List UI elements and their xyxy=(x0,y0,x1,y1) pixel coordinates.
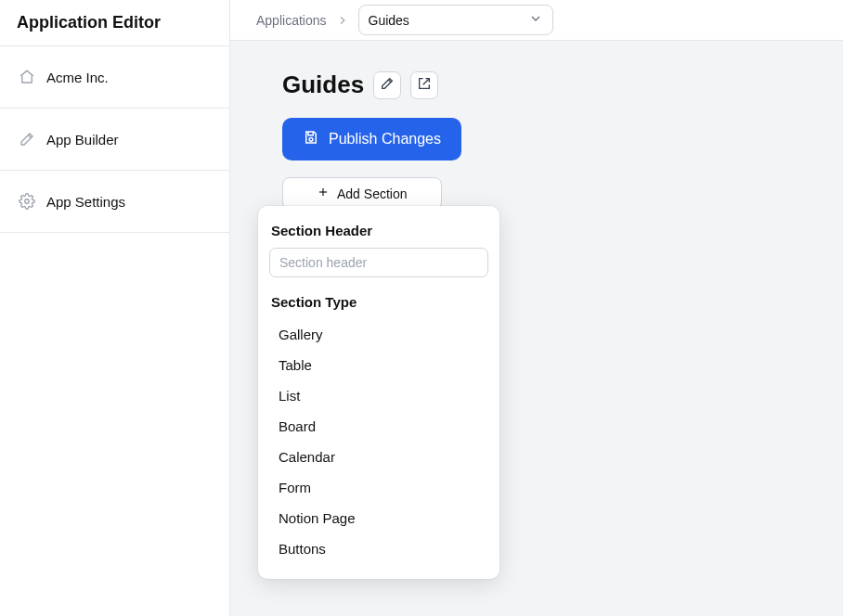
section-type-option[interactable]: Buttons xyxy=(269,533,488,564)
save-icon xyxy=(303,129,319,149)
svg-point-1 xyxy=(309,137,313,141)
sidebar-item-app-builder[interactable]: App Builder xyxy=(0,109,229,171)
section-type-option[interactable]: Form xyxy=(269,472,488,503)
breadcrumb-select[interactable]: Guides xyxy=(358,5,553,35)
breadcrumb-root[interactable]: Applications xyxy=(256,13,327,28)
external-link-icon xyxy=(417,76,432,94)
main: Applications Guides Guides xyxy=(230,0,843,616)
section-type-option[interactable]: Board xyxy=(269,411,488,442)
edit-title-button[interactable] xyxy=(373,71,401,99)
app-title: Application Editor xyxy=(17,13,213,32)
add-section-button-label: Add Section xyxy=(337,186,408,201)
sidebar-item-home[interactable]: Acme Inc. xyxy=(0,46,229,109)
page-title: Guides xyxy=(282,71,364,99)
add-section-button[interactable]: Add Section xyxy=(282,177,442,210)
svg-point-0 xyxy=(25,199,30,204)
breadcrumb: Applications Guides xyxy=(230,0,843,41)
section-type-option[interactable]: Notion Page xyxy=(269,503,488,533)
sidebar-item-label: Acme Inc. xyxy=(46,70,109,85)
sidebar-item-app-settings[interactable]: App Settings xyxy=(0,171,229,233)
pencil-icon xyxy=(19,131,35,148)
sidebar-header: Application Editor xyxy=(0,0,229,46)
content: Guides Publish Changes xyxy=(230,41,843,239)
section-type-label: Section Type xyxy=(269,294,488,310)
sidebar: Application Editor Acme Inc. App Builder… xyxy=(0,0,230,616)
plus-icon xyxy=(317,186,330,201)
gear-icon xyxy=(19,193,35,210)
section-type-option[interactable]: List xyxy=(269,380,488,411)
breadcrumb-select-value: Guides xyxy=(369,13,409,28)
home-icon xyxy=(19,69,35,85)
pencil-icon xyxy=(380,76,395,94)
section-header-label: Section Header xyxy=(269,223,488,238)
section-type-list: Gallery Table List Board Calendar Form N… xyxy=(269,319,488,564)
open-external-button[interactable] xyxy=(410,71,438,99)
section-header-input[interactable] xyxy=(269,248,488,277)
section-type-option[interactable]: Table xyxy=(269,350,488,380)
title-row: Guides xyxy=(282,71,791,99)
sidebar-item-label: App Settings xyxy=(46,194,125,210)
section-type-option[interactable]: Gallery xyxy=(269,319,488,350)
add-section-popover: Section Header Section Type Gallery Tabl… xyxy=(258,206,499,579)
section-type-option[interactable]: Calendar xyxy=(269,442,488,472)
publish-button[interactable]: Publish Changes xyxy=(282,118,461,160)
sidebar-item-label: App Builder xyxy=(46,132,119,148)
chevron-down-icon xyxy=(528,11,543,29)
publish-button-label: Publish Changes xyxy=(329,131,441,148)
chevron-right-icon xyxy=(336,14,349,27)
